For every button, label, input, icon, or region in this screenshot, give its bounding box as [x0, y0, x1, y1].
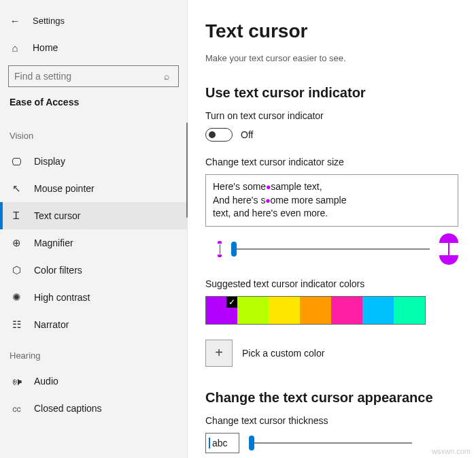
sidebar-item-narrator[interactable]: ☷ Narrator [0, 311, 187, 338]
page-description: Make your text cursor easier to see. [205, 53, 458, 63]
color-swatch-row [205, 296, 426, 325]
slider-thumb[interactable] [249, 436, 254, 451]
pick-custom-color-label: Pick a custom color [242, 348, 324, 359]
slider-thumb[interactable] [231, 242, 237, 257]
watermark: wsxwn.com [432, 447, 471, 455]
home-link[interactable]: Home [33, 42, 58, 53]
sidebar-item-label: Text cursor [34, 210, 80, 221]
magnifier-icon: ⊕ [10, 237, 23, 249]
sample-text: sample text, [271, 181, 322, 192]
app-title: Settings [33, 16, 65, 26]
sidebar-item-label: Closed captions [34, 403, 102, 414]
sample-text: Here's some [213, 181, 266, 192]
thickness-label: Change text cursor thickness [205, 415, 458, 426]
sidebar-item-label: Mouse pointer [34, 183, 95, 194]
audio-icon: 🕪 [10, 376, 23, 387]
sidebar-scroll[interactable]: Vision 🖵 Display ↖ Mouse pointer Ꮖ Text … [0, 118, 187, 458]
color-swatch[interactable] [269, 297, 300, 324]
sidebar-item-color-filters[interactable]: ⬡ Color filters [0, 257, 187, 284]
sidebar-item-high-contrast[interactable]: ✺ High contrast [0, 284, 187, 311]
sample-text: And here's s [213, 195, 265, 206]
sidebar-item-label: Narrator [34, 319, 69, 330]
sidebar-item-label: Magnifier [34, 238, 73, 248]
size-label: Change text cursor indicator size [205, 157, 458, 167]
sidebar: ← Settings ⌂ Home ⌕ Ease of Access Visio… [0, 0, 188, 458]
thickness-slider[interactable] [249, 442, 412, 444]
section-hearing: Hearing [0, 338, 187, 367]
toggle-label: Turn on text cursor indicator [205, 110, 458, 121]
pick-custom-color-button[interactable]: + [205, 340, 233, 367]
color-filters-icon: ⬡ [10, 264, 23, 276]
sidebar-item-mouse-pointer[interactable]: ↖ Mouse pointer [0, 175, 187, 202]
colors-label: Suggested text cursor indicator colors [205, 278, 458, 289]
section-vision: Vision [0, 118, 187, 148]
indicator-size-slider[interactable] [231, 248, 430, 250]
sidebar-item-display[interactable]: 🖵 Display [0, 148, 187, 175]
thickness-preview: abc [205, 433, 239, 453]
search-box[interactable]: ⌕ [8, 65, 179, 87]
back-icon[interactable]: ← [8, 15, 22, 27]
sidebar-item-label: Display [34, 156, 65, 167]
toggle-state: Off [241, 129, 253, 140]
sidebar-item-closed-captions[interactable]: ㏄ Closed captions [0, 395, 187, 422]
thickness-sample-text: abc [212, 438, 228, 448]
sample-text: ome more sample [270, 195, 346, 206]
sidebar-item-label: High contrast [34, 292, 90, 303]
text-cursor-icon: Ꮖ [10, 210, 23, 222]
sidebar-item-audio[interactable]: 🕪 Audio [0, 367, 187, 395]
sidebar-item-label: Audio [34, 376, 58, 387]
group-title: Ease of Access [0, 97, 187, 108]
color-swatch[interactable] [237, 297, 269, 324]
display-icon: 🖵 [10, 156, 23, 167]
indicator-max-icon [439, 233, 458, 265]
indicator-size-slider-row [218, 233, 458, 265]
color-swatch[interactable] [362, 297, 394, 324]
high-contrast-icon: ✺ [10, 291, 23, 304]
page-title: Text cursor [205, 20, 458, 42]
sidebar-item-magnifier[interactable]: ⊕ Magnifier [0, 229, 187, 257]
section-appearance-title: Change the text cursor appearance [205, 390, 458, 406]
search-icon: ⌕ [160, 71, 173, 82]
color-swatch[interactable] [206, 297, 237, 324]
color-swatch[interactable] [300, 297, 331, 324]
sidebar-item-text-cursor[interactable]: Ꮖ Text cursor [0, 202, 187, 229]
narrator-icon: ☷ [10, 318, 23, 331]
sidebar-item-label: Color filters [34, 265, 82, 276]
closed-captions-icon: ㏄ [10, 402, 23, 415]
cursor-preview-icon [209, 438, 210, 448]
color-swatch[interactable] [394, 297, 425, 324]
section-indicator-title: Use text cursor indicator [205, 85, 458, 101]
mouse-pointer-icon: ↖ [10, 182, 23, 195]
home-icon[interactable]: ⌂ [8, 42, 22, 54]
indicator-min-icon [218, 240, 222, 258]
indicator-toggle[interactable] [205, 128, 233, 142]
sample-text-box: Here's some•sample text, And here's s•om… [205, 174, 458, 227]
search-input[interactable] [14, 71, 160, 82]
color-swatch[interactable] [331, 297, 362, 324]
main-content: Text cursor Make your text cursor easier… [188, 0, 476, 458]
sample-text: text, and here's even more. [213, 208, 328, 218]
